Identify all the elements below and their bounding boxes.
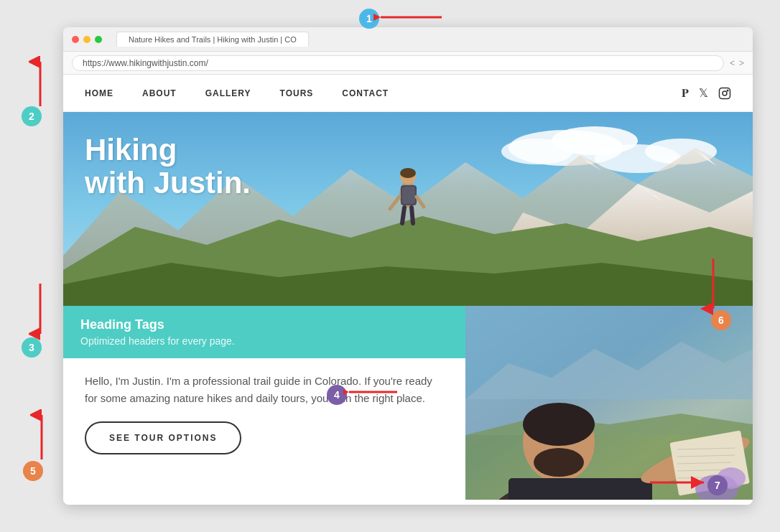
browser-chrome: Nature Hikes and Trails | Hiking with Ju… bbox=[63, 27, 753, 52]
svg-point-8 bbox=[723, 91, 727, 95]
browser-window: Nature Hikes and Trails | Hiking with Ju… bbox=[63, 27, 753, 505]
pinterest-icon[interactable]: 𝐏 bbox=[682, 87, 689, 100]
hero-title-line2: with Justin. bbox=[85, 166, 251, 200]
nav-buttons: < > bbox=[730, 58, 744, 68]
arrow-6 bbox=[688, 255, 738, 316]
browser-dots bbox=[72, 36, 102, 43]
nav-home[interactable]: HOME bbox=[85, 88, 113, 98]
forward-button[interactable]: > bbox=[739, 58, 744, 68]
hero-title-line1: Hiking bbox=[85, 133, 177, 167]
back-button[interactable]: < bbox=[730, 58, 735, 68]
svg-rect-27 bbox=[402, 187, 415, 204]
arrow-4 bbox=[343, 382, 401, 402]
svg-point-38 bbox=[523, 403, 595, 446]
dot-yellow bbox=[83, 36, 90, 43]
dot-red bbox=[72, 36, 79, 43]
bio-text: Hello, I'm Justin. I'm a professional tr… bbox=[63, 358, 465, 421]
nav-contact[interactable]: CONTACT bbox=[342, 88, 389, 98]
arrow-2 bbox=[29, 56, 52, 110]
arrow-5 bbox=[30, 409, 53, 465]
svg-rect-40 bbox=[509, 478, 652, 500]
dot-green bbox=[95, 36, 102, 43]
svg-point-25 bbox=[400, 168, 416, 178]
content-section: Heading Tags Optimized headers for every… bbox=[63, 306, 753, 500]
svg-line-31 bbox=[412, 207, 413, 223]
site-nav: HOME ABOUT GALLERY TOURS CONTACT 𝐏 𝕏 bbox=[63, 75, 753, 112]
browser-tab[interactable]: Nature Hikes and Trails | Hiking with Ju… bbox=[116, 32, 309, 47]
svg-line-30 bbox=[402, 207, 404, 223]
nav-gallery[interactable]: GALLERY bbox=[205, 88, 251, 98]
url-input[interactable] bbox=[72, 55, 724, 71]
nav-social-icons: 𝐏 𝕏 bbox=[682, 86, 731, 100]
address-bar: < > bbox=[63, 52, 753, 75]
hero-text: Hiking with Justin. bbox=[85, 134, 251, 200]
hero-title: Hiking with Justin. bbox=[85, 134, 251, 200]
heading-tags-subtitle: Optimized headers for every page. bbox=[80, 335, 448, 347]
nav-links: HOME ABOUT GALLERY TOURS CONTACT bbox=[85, 88, 389, 98]
arrow-3 bbox=[29, 280, 52, 341]
svg-point-39 bbox=[534, 448, 584, 477]
svg-point-13 bbox=[501, 139, 573, 164]
nav-about[interactable]: ABOUT bbox=[142, 88, 177, 98]
heading-tags-title: Heading Tags bbox=[80, 317, 448, 332]
heading-tags-box: Heading Tags Optimized headers for every… bbox=[63, 306, 465, 358]
svg-rect-7 bbox=[720, 88, 730, 98]
svg-marker-22 bbox=[63, 263, 753, 306]
nav-tours[interactable]: TOURS bbox=[280, 88, 314, 98]
website-content: HOME ABOUT GALLERY TOURS CONTACT 𝐏 𝕏 bbox=[63, 75, 753, 505]
twitter-icon[interactable]: 𝕏 bbox=[699, 86, 708, 100]
indicator-line bbox=[63, 306, 66, 358]
content-left: Heading Tags Optimized headers for every… bbox=[63, 306, 465, 500]
hero-section: Hiking with Justin. bbox=[63, 112, 753, 306]
arrow-1 bbox=[373, 6, 445, 29]
man-map-image bbox=[465, 306, 753, 500]
arrow-7 bbox=[646, 472, 711, 493]
instagram-icon[interactable] bbox=[718, 87, 731, 100]
see-tour-button[interactable]: SEE TOUR OPTIONS bbox=[85, 421, 241, 454]
content-right-image bbox=[465, 306, 753, 500]
svg-point-9 bbox=[727, 90, 728, 91]
